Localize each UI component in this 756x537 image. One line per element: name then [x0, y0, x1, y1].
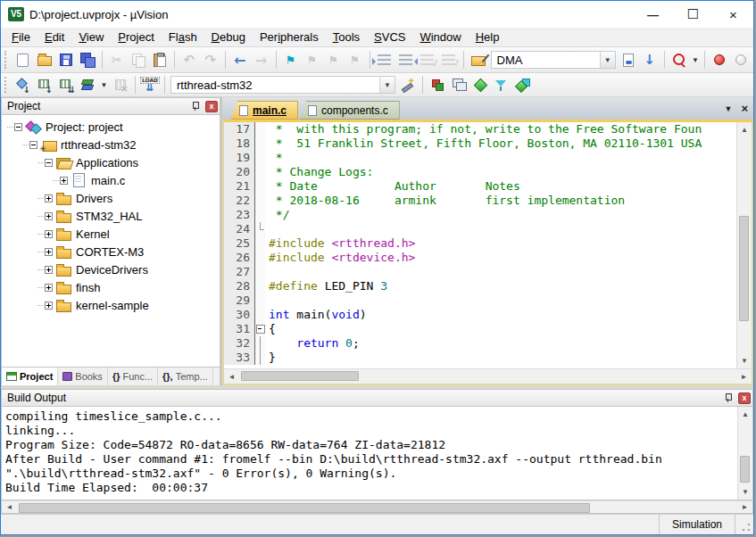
breakpoint-disable-button[interactable]	[730, 50, 752, 70]
batch-build-dropdown[interactable]: ▼	[98, 75, 110, 95]
search-combobox-value[interactable]: DMA	[492, 54, 600, 67]
scroll-left-icon[interactable]: ◄	[224, 369, 239, 384]
debug-dropdown[interactable]: ▼	[690, 50, 701, 70]
toolbar-grip[interactable]	[4, 77, 9, 93]
editor-tab-main-c[interactable]: main.c	[231, 101, 298, 120]
menu-item-svcs[interactable]: SVCS	[367, 29, 412, 45]
bookmark-previous-button[interactable]	[302, 50, 323, 70]
expand-icon[interactable]	[45, 230, 53, 238]
navigate-forward-button[interactable]	[251, 50, 272, 70]
scroll-right-icon[interactable]: ►	[736, 369, 752, 384]
collapse-icon[interactable]	[29, 141, 37, 149]
project-panel-close-button[interactable]: x	[205, 101, 218, 112]
tree-item-finsh[interactable]: finsh	[2, 278, 220, 296]
menu-item-project[interactable]: Project	[111, 29, 161, 45]
select-software-packs-button[interactable]	[491, 75, 512, 95]
paste-button[interactable]	[149, 50, 170, 70]
expand-icon[interactable]	[45, 302, 53, 310]
menu-item-file[interactable]: File	[4, 29, 37, 45]
panel-tab-project[interactable]: Project	[2, 368, 58, 385]
pin-icon[interactable]	[191, 101, 200, 112]
indent-button[interactable]	[374, 50, 395, 70]
menu-item-debug[interactable]: Debug	[204, 29, 253, 45]
scroll-thumb[interactable]	[19, 503, 590, 513]
tree-item-kernel[interactable]: Kernel	[2, 225, 220, 243]
find-in-files-button[interactable]	[618, 50, 639, 70]
redo-button[interactable]	[200, 50, 221, 70]
maximize-button[interactable]: ☐	[673, 1, 713, 28]
navigate-back-button[interactable]	[229, 50, 251, 70]
scroll-track[interactable]	[738, 422, 752, 484]
scroll-up-icon[interactable]: ▲	[737, 122, 752, 137]
copy-button[interactable]	[128, 50, 149, 70]
scroll-track[interactable]	[17, 501, 737, 513]
editor-vertical-scrollbar[interactable]: ▲ ▼	[736, 122, 752, 368]
manage-rte-button[interactable]	[469, 75, 491, 95]
expand-icon[interactable]	[45, 284, 53, 292]
undo-button[interactable]	[179, 50, 200, 70]
expand-icon[interactable]	[45, 194, 53, 202]
build-button[interactable]	[34, 75, 55, 95]
scroll-down-icon[interactable]: ▼	[737, 353, 752, 368]
scroll-track[interactable]	[737, 137, 752, 353]
build-horizontal-scrollbar[interactable]: ◄ ►	[1, 500, 753, 514]
fold-open-icon[interactable]	[254, 322, 265, 336]
new-file-button[interactable]	[12, 50, 34, 70]
menu-item-view[interactable]: View	[71, 29, 111, 45]
panel-tab-books[interactable]: Books	[58, 368, 108, 385]
build-output-text[interactable]: compiling timeslice_sample.c...linking..…	[2, 407, 737, 500]
scroll-down-icon[interactable]: ▼	[738, 484, 753, 500]
close-button[interactable]: ×	[713, 1, 753, 28]
minimize-button[interactable]: —	[633, 1, 673, 28]
cut-button[interactable]	[106, 50, 128, 70]
translate-file-button[interactable]	[12, 75, 34, 95]
chevron-down-icon[interactable]: ▼	[600, 52, 615, 68]
menu-item-peripherals[interactable]: Peripherals	[253, 29, 326, 45]
tree-item-drivers[interactable]: Drivers	[2, 189, 220, 207]
panel-tab-func[interactable]: {}Func...	[108, 368, 158, 385]
menu-item-flash[interactable]: Flash	[162, 29, 204, 45]
batch-build-button[interactable]	[77, 75, 98, 95]
expand-icon[interactable]	[45, 212, 53, 220]
manage-project-items-button[interactable]	[427, 75, 448, 95]
rebuild-all-button[interactable]	[55, 75, 77, 95]
chevron-down-icon[interactable]: ▼	[379, 77, 395, 93]
panel-tab-temp[interactable]: {},Temp...	[158, 368, 213, 385]
tab-close-icon[interactable]: ×	[741, 102, 748, 115]
save-button[interactable]	[55, 50, 77, 70]
bookmark-next-button[interactable]	[323, 50, 345, 70]
tree-item-project-project[interactable]: Project: project	[2, 118, 220, 136]
incremental-find-button[interactable]	[639, 50, 660, 70]
collapse-icon[interactable]	[14, 123, 22, 131]
pack-installer-button[interactable]	[512, 75, 534, 95]
tree-item-kernel-sample[interactable]: kernel-sample	[2, 296, 220, 314]
uncomment-selection-button[interactable]	[438, 50, 460, 70]
scroll-up-icon[interactable]: ▲	[738, 407, 753, 422]
target-combobox[interactable]: rtthread-stm32▼	[170, 76, 395, 94]
scroll-thumb[interactable]	[739, 216, 749, 321]
tree-item-main-c[interactable]: main.c	[2, 171, 220, 189]
expand-icon[interactable]	[45, 266, 53, 274]
manage-workspace-button[interactable]	[448, 75, 469, 95]
code-view[interactable]: 17 * with this program; if not, write to…	[224, 122, 736, 368]
tree-item-devicedrivers[interactable]: DeviceDrivers	[2, 260, 220, 278]
expand-icon[interactable]	[60, 177, 68, 185]
tree-item-stm32-hal[interactable]: STM32_HAL	[2, 207, 220, 225]
menu-item-edit[interactable]: Edit	[37, 29, 71, 45]
download-button[interactable]: LOAD⇊	[139, 75, 161, 95]
options-for-target-button[interactable]	[397, 75, 419, 95]
stop-build-button[interactable]	[110, 75, 131, 95]
editor-horizontal-scrollbar[interactable]: ◄ ►	[224, 368, 752, 384]
expand-icon[interactable]	[45, 248, 53, 256]
tree-item-rtthread-stm32[interactable]: rtthread-stm32	[2, 136, 220, 153]
breakpoint-toggle-button[interactable]	[709, 50, 730, 70]
menu-item-help[interactable]: Help	[469, 29, 507, 45]
tree-item-cortex-m3[interactable]: CORTEX-M3	[2, 243, 220, 260]
find-in-files-folder-button[interactable]	[468, 50, 489, 70]
bookmark-clear-button[interactable]	[345, 50, 366, 70]
scroll-track[interactable]	[239, 369, 736, 384]
comment-selection-button[interactable]	[417, 50, 438, 70]
search-combobox[interactable]: DMA▼	[491, 51, 616, 69]
open-file-button[interactable]	[34, 50, 55, 70]
editor-tab-components-c[interactable]: components.c	[300, 101, 400, 120]
